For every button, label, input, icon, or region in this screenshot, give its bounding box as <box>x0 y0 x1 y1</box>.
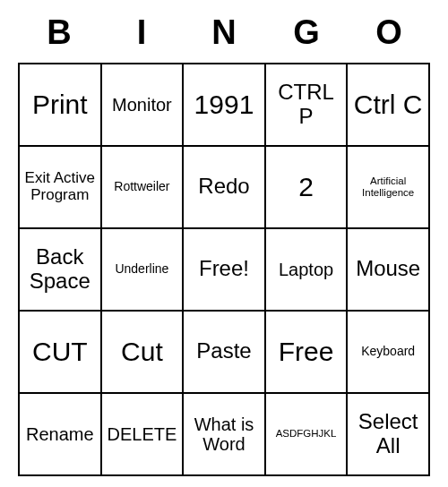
bingo-cell[interactable]: Paste <box>184 312 266 394</box>
bingo-cell[interactable]: Artificial Intelligence <box>348 147 430 229</box>
bingo-cell[interactable]: Keyboard <box>348 312 430 394</box>
bingo-row: PrintMonitor1991CTRL PCtrl C <box>20 64 430 147</box>
bingo-header-row: B I N G O <box>18 12 430 59</box>
bingo-header-b: B <box>18 12 100 59</box>
bingo-cell[interactable]: Free! <box>184 229 266 312</box>
bingo-cell[interactable]: Rottweiler <box>102 147 185 229</box>
bingo-cell[interactable]: 1991 <box>184 64 266 147</box>
bingo-grid: PrintMonitor1991CTRL PCtrl CExit Active … <box>18 63 430 476</box>
bingo-cell[interactable]: Redo <box>184 147 266 229</box>
bingo-cell[interactable]: Cut <box>102 312 185 394</box>
bingo-cell[interactable]: CTRL P <box>266 64 349 147</box>
bingo-header-n: N <box>183 12 265 59</box>
bingo-cell[interactable]: DELETE <box>102 394 185 476</box>
bingo-cell[interactable]: 2 <box>266 147 349 229</box>
bingo-cell[interactable]: Back Space <box>20 229 102 312</box>
bingo-cell[interactable]: Monitor <box>102 64 185 147</box>
bingo-row: Back SpaceUnderlineFree!LaptopMouse <box>20 229 430 312</box>
bingo-header-i: I <box>100 12 183 59</box>
bingo-row: RenameDELETEWhat is WordASDFGHJKLSelect … <box>20 394 430 476</box>
bingo-cell[interactable]: Print <box>20 64 102 147</box>
bingo-cell[interactable]: Ctrl C <box>348 64 430 147</box>
bingo-cell[interactable]: Underline <box>102 229 185 312</box>
bingo-cell[interactable]: Rename <box>20 394 102 476</box>
bingo-header-g: G <box>265 12 348 59</box>
bingo-cell[interactable]: Laptop <box>266 229 349 312</box>
bingo-cell[interactable]: Select All <box>348 394 430 476</box>
bingo-row: Exit Active ProgramRottweilerRedo2Artifi… <box>20 147 430 229</box>
bingo-row: CUTCutPasteFreeKeyboard <box>20 312 430 394</box>
bingo-cell[interactable]: CUT <box>20 312 102 394</box>
bingo-header-o: O <box>348 12 430 59</box>
bingo-card: B I N G O PrintMonitor1991CTRL PCtrl CEx… <box>18 12 430 476</box>
bingo-cell[interactable]: Exit Active Program <box>20 147 102 229</box>
bingo-cell[interactable]: What is Word <box>184 394 266 476</box>
bingo-cell[interactable]: Mouse <box>348 229 430 312</box>
bingo-cell[interactable]: Free <box>266 312 349 394</box>
bingo-cell[interactable]: ASDFGHJKL <box>266 394 349 476</box>
